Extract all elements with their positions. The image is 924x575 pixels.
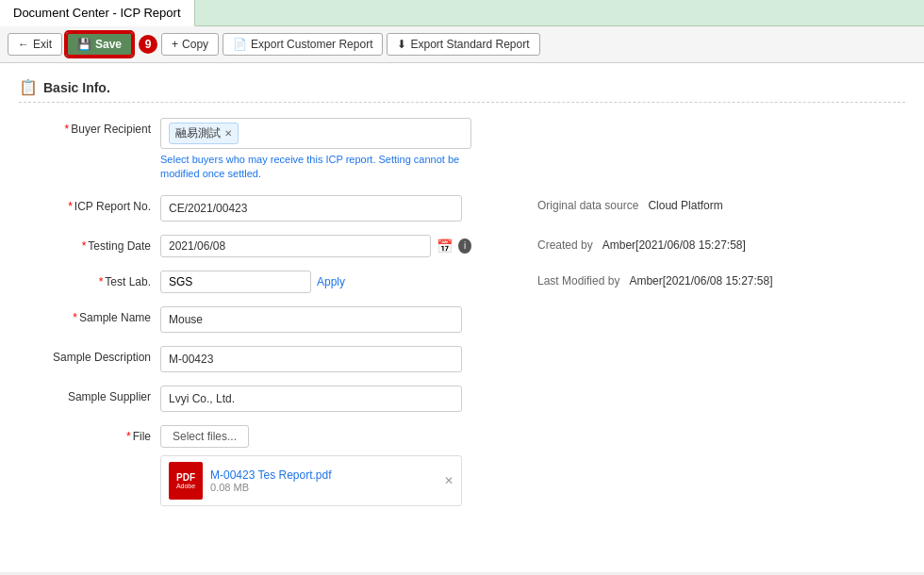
icp-report-label: ICP Report No. — [19, 195, 151, 213]
info-icon[interactable]: i — [458, 238, 471, 254]
created-by-value: Amber[2021/06/08 15:27:58] — [602, 235, 746, 252]
export-standard-icon: ⬇ — [397, 38, 406, 51]
content-area: 📋 Basic Info. Buyer Recipient 融易測試 ✕ Sel… — [0, 63, 924, 572]
sample-supplier-input[interactable] — [160, 386, 462, 412]
sample-supplier-row: Sample Supplier — [19, 386, 905, 412]
save-button[interactable]: 💾 Save — [66, 32, 133, 57]
icp-report-row: ICP Report No. Original data source Clou… — [19, 195, 905, 222]
save-icon: 💾 — [77, 38, 91, 51]
apply-link[interactable]: Apply — [317, 275, 345, 288]
file-row: File Select files... PDF Adobe M-00423 T… — [19, 425, 905, 506]
file-name[interactable]: M-00423 Tes Report.pdf — [210, 468, 332, 482]
last-modified-info: Last Modified by Amber[2021/06/08 15:27:… — [537, 271, 773, 288]
created-by-label: Created by — [537, 235, 593, 252]
icp-right-info: Original data source Cloud Platform — [537, 195, 723, 212]
export-standard-button[interactable]: ⬇ Export Standard Report — [387, 33, 539, 56]
sample-desc-input[interactable] — [160, 346, 462, 372]
exit-icon: ← — [18, 38, 29, 51]
copy-icon: + — [172, 38, 178, 51]
test-lab-select[interactable]: SGS — [160, 271, 311, 293]
sample-name-label: Sample Name — [19, 306, 151, 324]
sample-name-field — [160, 306, 471, 333]
file-select-button[interactable]: Select files... — [160, 425, 249, 448]
buyer-tag-close[interactable]: ✕ — [224, 128, 232, 139]
test-lab-row: Test Lab. SGS Apply Last Modified by Amb… — [19, 271, 905, 293]
last-modified-value: Amber[2021/06/08 15:27:58] — [629, 271, 772, 288]
file-item: PDF Adobe M-00423 Tes Report.pdf 0.08 MB… — [160, 455, 462, 506]
sample-desc-field — [160, 346, 471, 372]
section-icon: 📋 — [19, 78, 38, 96]
sample-name-row: Sample Name — [19, 306, 905, 333]
buyer-tag: 融易測試 ✕ — [169, 123, 239, 144]
test-lab-label: Test Lab. — [19, 271, 151, 288]
tab-icp-report[interactable]: Document Center - ICP Report — [0, 0, 195, 26]
testing-date-row: Testing Date 📅 i Created by Amber[2021/0… — [19, 235, 905, 257]
toolbar: ← Exit 💾 Save 9 + Copy 📄 Export Customer… — [0, 26, 924, 63]
sample-supplier-label: Sample Supplier — [19, 386, 151, 403]
testing-date-label: Testing Date — [19, 235, 151, 253]
file-info: M-00423 Tes Report.pdf 0.08 MB — [210, 468, 332, 493]
copy-button[interactable]: + Copy — [161, 33, 219, 56]
original-data-source-value: Cloud Platform — [648, 195, 722, 212]
export-customer-icon: 📄 — [233, 38, 247, 51]
sample-desc-row: Sample Description — [19, 346, 905, 372]
tab-label: Document Center - ICP Report — [13, 6, 181, 20]
testing-date-input[interactable] — [160, 235, 431, 257]
sample-desc-label: Sample Description — [19, 346, 151, 364]
buyer-recipient-input[interactable]: 融易測試 ✕ — [160, 118, 471, 149]
test-lab-field: SGS Apply — [160, 271, 471, 293]
sample-supplier-field — [160, 386, 471, 412]
original-data-source-label: Original data source — [537, 195, 638, 212]
export-customer-button[interactable]: 📄 Export Customer Report — [223, 33, 383, 56]
pdf-icon: PDF Adobe — [169, 462, 203, 500]
icp-report-field — [160, 195, 471, 222]
buyer-hint: Select buyers who may receive this ICP r… — [160, 153, 471, 182]
sample-name-input[interactable] — [160, 306, 462, 333]
testing-date-field: 📅 i — [160, 235, 471, 257]
buyer-recipient-row: Buyer Recipient 融易測試 ✕ Select buyers who… — [19, 118, 905, 182]
buyer-recipient-field: 融易測試 ✕ Select buyers who may receive thi… — [160, 118, 471, 182]
file-label: File — [19, 425, 151, 443]
file-size: 0.08 MB — [210, 482, 332, 493]
exit-button[interactable]: ← Exit — [8, 33, 62, 56]
created-by-info: Created by Amber[2021/06/08 15:27:58] — [537, 235, 746, 252]
file-field: Select files... PDF Adobe M-00423 Tes Re… — [160, 425, 471, 506]
icp-report-input[interactable] — [160, 195, 462, 222]
test-lab-select-group: SGS Apply — [160, 271, 471, 293]
save-badge: 9 — [139, 35, 157, 54]
file-close-icon[interactable]: ✕ — [444, 474, 454, 487]
section-header: 📋 Basic Info. — [19, 73, 905, 103]
tab-bar: Document Center - ICP Report — [0, 0, 924, 26]
date-field-group: 📅 i — [160, 235, 471, 257]
last-modified-label: Last Modified by — [537, 271, 619, 288]
buyer-recipient-label: Buyer Recipient — [19, 118, 151, 136]
section-title: Basic Info. — [43, 80, 110, 95]
calendar-icon[interactable]: 📅 — [437, 238, 453, 254]
